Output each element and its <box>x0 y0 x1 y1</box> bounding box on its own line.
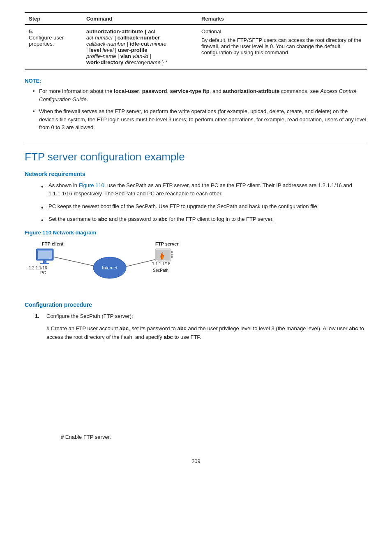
svg-line-8 <box>54 257 97 266</box>
svg-rect-13 <box>156 250 170 260</box>
code-area-spacer <box>25 347 367 429</box>
procedure-list: 1. Configure the SecPath (FTP server): #… <box>33 312 367 342</box>
svg-text:FTP server: FTP server <box>155 241 179 246</box>
table-row: 5. Configure user properties. authorizat… <box>25 25 367 69</box>
svg-rect-15 <box>171 254 173 255</box>
req-item-1: As shown in Figure 110, use the SecPath … <box>41 181 367 199</box>
note-label: NOTE: <box>25 78 367 84</box>
svg-rect-5 <box>40 263 49 264</box>
proc-num: 1. <box>35 312 43 321</box>
note-section: NOTE: For more information about the loc… <box>25 78 367 132</box>
remarks-cell: Optional. By default, the FTP/SFTP users… <box>197 25 367 69</box>
svg-line-11 <box>126 260 155 266</box>
svg-rect-14 <box>171 251 173 253</box>
svg-text:Internet: Internet <box>102 265 117 270</box>
note-item-2: When the firewall serves as the FTP serv… <box>33 107 367 132</box>
section-title: FTP server configuration example <box>25 151 367 163</box>
svg-text:FTP client: FTP client <box>42 241 64 246</box>
svg-text:1.1.1.1/16: 1.1.1.1/16 <box>152 262 171 266</box>
note-item-1: For more information about the local-use… <box>33 87 367 103</box>
figure-110-link[interactable]: Figure 110 <box>79 182 104 188</box>
note-list: For more information about the local-use… <box>33 87 367 132</box>
network-requirements-heading: Network requirements <box>25 171 367 177</box>
page-number: 209 <box>25 458 367 464</box>
svg-rect-16 <box>171 256 173 258</box>
config-table: Step Command Remarks 5. Configure user p… <box>25 12 367 70</box>
figure-label: Figure 110 Network diagram <box>25 229 367 236</box>
config-procedure-heading: Configuration procedure <box>25 301 367 308</box>
req-item-2: PC keeps the newest boot file of the Sec… <box>41 202 367 211</box>
proc-sub-desc: # Create an FTP user account abc, set it… <box>46 324 367 342</box>
col-step: Step <box>25 13 82 25</box>
remarks-p1: Optional. <box>201 28 363 35</box>
diagram-svg: FTP client FTP server 1.2.1.1/16 PC Inte… <box>25 240 197 293</box>
remarks-p2: By default, the FTP/SFTP users can acces… <box>201 37 363 56</box>
svg-rect-3 <box>38 250 52 259</box>
svg-text:PC: PC <box>40 271 46 275</box>
step-label: Configure user properties. <box>29 35 64 47</box>
proc-item-1: 1. Configure the SecPath (FTP server): #… <box>33 312 367 342</box>
proc-text: Configure the SecPath (FTP server): <box>46 312 133 321</box>
col-command: Command <box>82 13 197 25</box>
command-cell: authorization-attribute { acl acl-number… <box>82 25 197 69</box>
divider <box>25 142 367 142</box>
svg-rect-4 <box>43 260 46 263</box>
network-diagram: FTP client FTP server 1.2.1.1/16 PC Inte… <box>25 240 367 293</box>
col-remarks: Remarks <box>197 13 367 25</box>
enable-ftp-label: # Enable FTP server. <box>61 433 367 442</box>
step-cell: 5. Configure user properties. <box>25 25 82 69</box>
network-requirements-list: As shown in Figure 110, use the SecPath … <box>41 181 367 224</box>
command-bold: authorization-attribute { <box>86 28 147 35</box>
req-item-3: Set the username to abc and the password… <box>41 215 367 224</box>
svg-text:SecPath: SecPath <box>153 268 168 273</box>
svg-text:1.2.1.1/16: 1.2.1.1/16 <box>29 266 47 270</box>
step-number: 5. <box>29 28 33 35</box>
